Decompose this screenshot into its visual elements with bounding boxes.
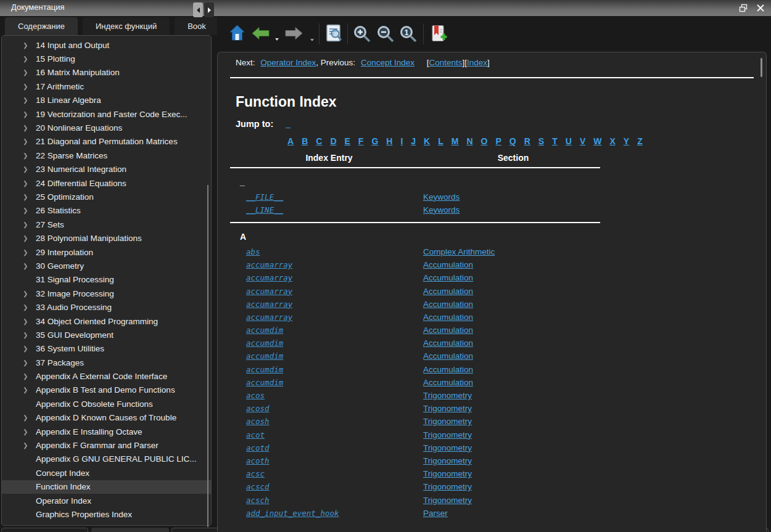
index-entry-link[interactable]: accumarray — [246, 313, 292, 322]
tree-item[interactable]: ❯14 Input and Output — [2, 38, 211, 52]
jump-letter-T[interactable]: T — [552, 136, 558, 147]
jump-letter-W[interactable]: W — [593, 136, 601, 147]
chevron-right-icon[interactable]: ❯ — [23, 138, 36, 145]
tree-item[interactable]: ❯26 Statistics — [2, 204, 211, 218]
chevron-right-icon[interactable]: ❯ — [23, 69, 36, 76]
jump-letter-N[interactable]: N — [466, 136, 472, 147]
tree-item[interactable]: ❯18 Linear Algebra — [2, 94, 211, 107]
tree-item[interactable]: ❯37 Packages — [2, 356, 211, 369]
tree-item[interactable]: ❯28 Polynomial Manipulations — [2, 231, 211, 245]
tab-3[interactable]: Book — [175, 17, 217, 35]
chevron-right-icon[interactable]: ❯ — [23, 111, 36, 118]
tree-item[interactable]: ❯19 Vectorization and Faster Code Exec..… — [2, 107, 211, 121]
forward-history-dropdown-icon[interactable] — [310, 38, 315, 42]
chevron-right-icon[interactable]: ❯ — [23, 152, 36, 159]
section-link[interactable]: Accumulation — [423, 325, 473, 335]
index-entry-link[interactable]: acos — [246, 391, 265, 400]
chevron-right-icon[interactable]: ❯ — [23, 97, 36, 104]
tree-item[interactable]: ❯34 Object Oriented Programming — [2, 314, 211, 328]
tree-item[interactable]: ❯Appendix F Grammar and Parser — [2, 438, 211, 452]
tree-item[interactable]: ❯27 Sets — [2, 218, 211, 231]
index-entry-link[interactable]: accumdim — [246, 365, 283, 374]
zoom-out-button[interactable] — [377, 25, 394, 43]
jump-letter-underscore[interactable]: _ — [286, 119, 291, 129]
jump-letter-E[interactable]: E — [345, 136, 350, 147]
section-link[interactable]: Keywords — [423, 205, 460, 215]
chevron-right-icon[interactable]: ❯ — [23, 332, 36, 338]
section-link[interactable]: Accumulation — [423, 273, 473, 282]
chevron-right-icon[interactable]: ❯ — [23, 442, 36, 449]
cut-off-button[interactable] — [1, 528, 88, 532]
nav-contents-link[interactable]: Contents — [429, 58, 462, 67]
chevron-right-icon[interactable]: ❯ — [23, 387, 36, 393]
section-link[interactable]: Trigonometry — [423, 482, 472, 491]
jump-letter-Q[interactable]: Q — [509, 136, 516, 147]
tree-item[interactable]: Appendix C Obsolete Functions — [2, 397, 211, 411]
jump-letter-Y[interactable]: Y — [624, 136, 629, 147]
chevron-right-icon[interactable]: ❯ — [23, 290, 36, 297]
section-link[interactable]: Trigonometry — [423, 443, 472, 452]
find-in-page-button[interactable] — [326, 24, 342, 43]
section-link[interactable]: Trigonometry — [423, 404, 472, 413]
tree-item[interactable]: ❯20 Nonlinear Equations — [2, 121, 211, 134]
tree-item[interactable]: ❯15 Plotting — [2, 52, 211, 65]
jump-letter-L[interactable]: L — [438, 136, 443, 147]
index-entry-link[interactable]: accumdim — [246, 325, 283, 335]
index-entry-link[interactable]: accumdim — [246, 378, 283, 387]
jump-letter-A[interactable]: A — [287, 136, 294, 147]
index-entry-link[interactable]: acosh — [246, 417, 270, 426]
section-link[interactable]: Accumulation — [423, 378, 473, 387]
scroll-tabs-left-button[interactable] — [193, 2, 203, 17]
chevron-right-icon[interactable]: ❯ — [23, 221, 36, 228]
jump-letter-K[interactable]: K — [424, 136, 430, 147]
index-entry-link[interactable]: acsc — [246, 469, 265, 478]
content-scrollbar[interactable] — [761, 58, 762, 77]
section-link[interactable]: Accumulation — [423, 313, 473, 322]
tree-item[interactable]: ❯36 System Utilities — [2, 342, 211, 356]
tree-item[interactable]: Concept Index — [2, 466, 211, 480]
chevron-right-icon[interactable]: ❯ — [23, 207, 36, 214]
tree-item[interactable]: Graphics Properties Index — [2, 507, 211, 521]
scroll-tabs-right-button[interactable] — [204, 2, 214, 17]
index-entry-link[interactable]: acot — [246, 430, 265, 440]
restore-window-button[interactable] — [736, 2, 750, 14]
sidebar-scrollbar[interactable] — [207, 185, 208, 527]
jump-letter-I[interactable]: I — [400, 136, 403, 147]
section-link[interactable]: Trigonometry — [423, 456, 472, 465]
chevron-right-icon[interactable]: ❯ — [23, 42, 36, 49]
jump-letter-F[interactable]: F — [358, 136, 364, 147]
section-link[interactable]: Accumulation — [423, 338, 473, 348]
chevron-right-icon[interactable]: ❯ — [23, 180, 36, 187]
nav-previous-link[interactable]: Concept Index — [361, 58, 414, 67]
home-button[interactable] — [229, 25, 245, 41]
jump-letter-V[interactable]: V — [580, 136, 585, 147]
tree-item[interactable]: ❯Appendix B Test and Demo Functions — [2, 383, 211, 397]
back-button[interactable] — [252, 27, 270, 40]
tree-item[interactable]: Operator Index — [2, 494, 211, 507]
tree-item[interactable]: 31 Signal Processing — [2, 273, 211, 287]
index-entry-link[interactable]: add_input_event_hook — [246, 509, 339, 518]
jump-letter-C[interactable]: C — [316, 136, 322, 147]
tree-item[interactable]: ❯21 Diagonal and Permutation Matrices — [2, 135, 211, 149]
jump-letter-S[interactable]: S — [538, 136, 544, 147]
tree-item[interactable]: ❯35 GUI Development — [2, 328, 211, 342]
section-link[interactable]: Trigonometry — [423, 430, 472, 440]
chevron-right-icon[interactable]: ❯ — [23, 345, 36, 352]
section-link[interactable]: Keywords — [423, 192, 460, 202]
tree-item[interactable]: ❯22 Sparse Matrices — [2, 149, 211, 162]
back-history-dropdown-icon[interactable] — [274, 38, 279, 41]
jump-letter-P[interactable]: P — [495, 136, 501, 147]
chevron-right-icon[interactable]: ❯ — [23, 414, 36, 421]
tree-item[interactable]: ❯Appendix A External Code Interface — [2, 369, 211, 383]
jump-letter-X[interactable]: X — [609, 136, 615, 147]
tab-1[interactable]: Содержание — [5, 17, 78, 35]
chevron-right-icon[interactable]: ❯ — [23, 194, 36, 200]
jump-letter-J[interactable]: J — [411, 136, 416, 147]
index-entry-link[interactable]: accumarray — [246, 260, 292, 269]
tree-item[interactable]: ❯29 Interpolation — [2, 245, 211, 259]
jump-letter-Z[interactable]: Z — [637, 136, 643, 147]
index-entry-link[interactable]: abs — [246, 247, 260, 256]
chevron-right-icon[interactable]: ❯ — [23, 428, 36, 435]
index-entry-link[interactable]: __LINE__ — [246, 205, 283, 215]
index-entry-link[interactable]: accumdim — [246, 351, 283, 361]
